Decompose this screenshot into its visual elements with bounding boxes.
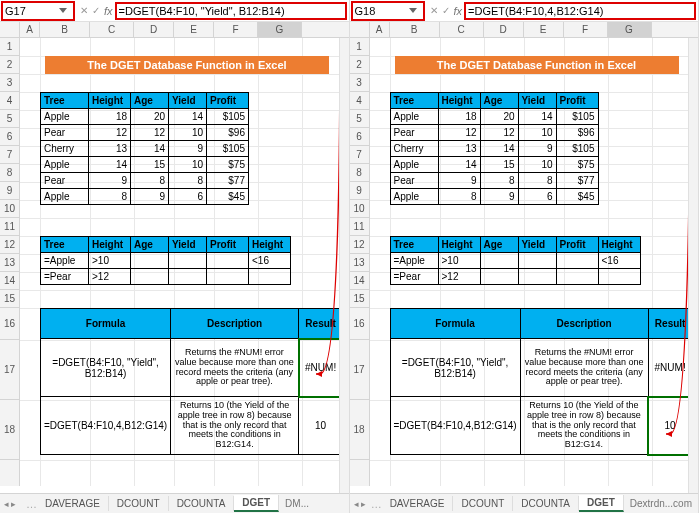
criteria-cell[interactable] [249, 269, 291, 285]
data-cell[interactable]: 8 [89, 189, 131, 205]
name-box[interactable] [355, 4, 405, 18]
row-header-6[interactable]: 6 [350, 128, 369, 146]
data-cell[interactable]: Pear [41, 125, 89, 141]
row-header-7[interactable]: 7 [350, 146, 369, 164]
row-header-5[interactable]: 5 [350, 110, 369, 128]
cancel-icon[interactable]: ✕ [430, 5, 438, 16]
name-box-dropdown-icon[interactable] [59, 8, 67, 13]
data-cell[interactable]: 14 [518, 109, 556, 125]
data-cell[interactable]: $77 [556, 173, 598, 189]
sheet-tab-daverage[interactable]: DAVERAGE [37, 496, 109, 511]
data-cell[interactable]: 8 [131, 173, 169, 189]
col-header-D[interactable]: D [484, 22, 524, 37]
formula-bar[interactable] [468, 5, 692, 17]
row-header-14[interactable]: 14 [0, 272, 19, 290]
formula-bar[interactable] [119, 5, 343, 17]
data-cell[interactable]: 12 [480, 125, 518, 141]
select-all-corner[interactable] [350, 22, 370, 37]
col-header-E[interactable]: E [524, 22, 564, 37]
data-cell[interactable]: Apple [41, 157, 89, 173]
data-cell[interactable]: 9 [518, 141, 556, 157]
col-header-C[interactable]: C [440, 22, 484, 37]
name-box-dropdown-icon[interactable] [409, 8, 417, 13]
data-cell[interactable]: 10 [518, 157, 556, 173]
data-cell[interactable]: Cherry [41, 141, 89, 157]
criteria-cell[interactable]: <16 [598, 253, 640, 269]
data-cell[interactable]: $105 [207, 109, 249, 125]
col-header-D[interactable]: D [134, 22, 174, 37]
sheet-tab-dget[interactable]: DGET [234, 495, 279, 512]
data-cell[interactable]: Apple [41, 109, 89, 125]
accept-icon[interactable]: ✓ [442, 5, 450, 16]
result-cell[interactable]: 10 [648, 397, 692, 455]
col-header-A[interactable]: A [20, 22, 40, 37]
row-header-4[interactable]: 4 [0, 92, 19, 110]
data-cell[interactable]: 18 [438, 109, 480, 125]
data-cell[interactable]: Apple [390, 189, 438, 205]
row-header-12[interactable]: 12 [350, 236, 369, 254]
select-all-corner[interactable] [0, 22, 20, 37]
description-cell[interactable]: Returns 10 (the Yield of the apple tree … [520, 397, 648, 455]
data-cell[interactable]: $45 [556, 189, 598, 205]
formula-cell[interactable]: =DGET(B4:F10,4,B12:G14) [390, 397, 520, 455]
data-cell[interactable]: $96 [556, 125, 598, 141]
data-cell[interactable]: 12 [89, 125, 131, 141]
row-header-11[interactable]: 11 [350, 218, 369, 236]
criteria-cell[interactable]: <16 [249, 253, 291, 269]
description-cell[interactable]: Returns the #NUM! error value because mo… [520, 339, 648, 397]
data-cell[interactable]: Apple [390, 109, 438, 125]
data-cell[interactable]: 9 [169, 141, 207, 157]
data-cell[interactable]: 6 [518, 189, 556, 205]
col-header-F[interactable]: F [564, 22, 608, 37]
col-header-B[interactable]: B [40, 22, 90, 37]
data-cell[interactable]: $45 [207, 189, 249, 205]
data-cell[interactable]: Pear [41, 173, 89, 189]
data-cell[interactable]: Apple [41, 189, 89, 205]
data-cell[interactable]: 8 [169, 173, 207, 189]
col-header-B[interactable]: B [390, 22, 440, 37]
data-cell[interactable]: Apple [390, 157, 438, 173]
data-cell[interactable]: $96 [207, 125, 249, 141]
row-header-11[interactable]: 11 [0, 218, 19, 236]
row-header-16[interactable]: 16 [350, 308, 369, 340]
col-header-F[interactable]: F [214, 22, 258, 37]
result-cell[interactable]: #NUM! [648, 339, 692, 397]
row-header-9[interactable]: 9 [0, 182, 19, 200]
row-header-7[interactable]: 7 [0, 146, 19, 164]
data-cell[interactable]: Pear [390, 173, 438, 189]
col-header-C[interactable]: C [90, 22, 134, 37]
sheet-tab-dcounta[interactable]: DCOUNTA [513, 496, 579, 511]
row-header-2[interactable]: 2 [0, 56, 19, 74]
data-cell[interactable]: 12 [438, 125, 480, 141]
criteria-cell[interactable] [598, 269, 640, 285]
criteria-cell[interactable] [518, 269, 556, 285]
criteria-cell[interactable] [131, 253, 169, 269]
criteria-cell[interactable] [480, 253, 518, 269]
data-cell[interactable]: 9 [438, 173, 480, 189]
data-cell[interactable]: $105 [556, 109, 598, 125]
row-header-18[interactable]: 18 [0, 400, 19, 460]
fx-icon[interactable]: fx [104, 5, 113, 17]
criteria-cell[interactable] [207, 269, 249, 285]
criteria-cell[interactable]: =Pear [41, 269, 89, 285]
criteria-cell[interactable] [207, 253, 249, 269]
col-header-A[interactable]: A [370, 22, 390, 37]
sheet-tab-dcount[interactable]: DCOUNT [453, 496, 513, 511]
sheet-tab-dget[interactable]: DGET [579, 495, 624, 512]
description-cell[interactable]: Returns the #NUM! error value because mo… [171, 339, 299, 397]
data-cell[interactable]: 20 [131, 109, 169, 125]
data-cell[interactable]: $75 [207, 157, 249, 173]
result-cell[interactable]: #NUM! [299, 339, 343, 397]
data-cell[interactable]: 14 [169, 109, 207, 125]
criteria-cell[interactable] [556, 253, 598, 269]
row-header-8[interactable]: 8 [350, 164, 369, 182]
data-cell[interactable]: 14 [480, 141, 518, 157]
data-cell[interactable]: 10 [169, 157, 207, 173]
data-cell[interactable]: 13 [89, 141, 131, 157]
tab-nav[interactable]: ◂▸ [4, 499, 16, 509]
data-cell[interactable]: 9 [89, 173, 131, 189]
criteria-cell[interactable] [480, 269, 518, 285]
data-cell[interactable]: Cherry [390, 141, 438, 157]
criteria-cell[interactable]: =Apple [41, 253, 89, 269]
data-cell[interactable]: 9 [480, 189, 518, 205]
